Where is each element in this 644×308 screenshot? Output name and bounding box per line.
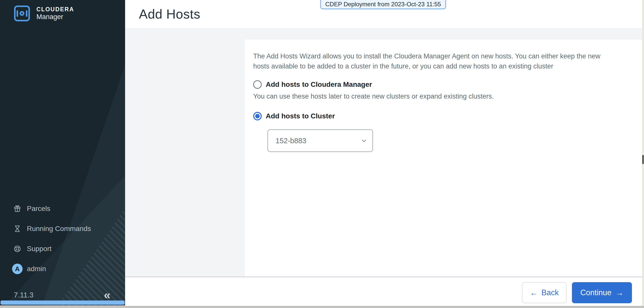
sidebar-item-running-commands[interactable]: Running Commands — [0, 219, 125, 239]
back-button[interactable]: ← Back — [522, 282, 567, 303]
sidebar-item-label: Running Commands — [27, 225, 91, 233]
page-title: Add Hosts — [139, 7, 200, 22]
logo-right-bar — [26, 10, 27, 17]
option-label[interactable]: Add hosts to Cluster — [266, 112, 335, 120]
sidebar-scrollbar-thumb[interactable] — [1, 300, 125, 305]
main-area: Add Hosts CDEP Deployment from 2023-Oct-… — [125, 0, 644, 308]
wizard-intro-text: The Add Hosts Wizard allows you to insta… — [253, 51, 618, 71]
collapse-sidebar-icon[interactable]: « — [104, 290, 111, 300]
wizard-footer: ← Back Continue → — [125, 276, 644, 308]
sidebar-footer: 7.11.3 « — [0, 290, 125, 300]
cloudera-logo-icon — [14, 6, 30, 21]
right-arrow-icon: → — [616, 289, 624, 297]
sidebar: CLOUDERA Manager Parcels — [0, 0, 125, 305]
radio-add-to-cluster[interactable] — [253, 112, 262, 120]
cloudera-manager-app: CLOUDERA Manager Parcels — [0, 0, 644, 308]
page-header: Add Hosts CDEP Deployment from 2023-Oct-… — [125, 0, 644, 28]
logo-dot — [20, 11, 24, 16]
admin-avatar: A — [12, 264, 23, 274]
option-add-to-cluster[interactable]: Add hosts to Cluster — [253, 112, 632, 120]
option-description: You can use these hosts later to create … — [253, 91, 632, 101]
logo-left-bar — [17, 10, 18, 17]
continue-button[interactable]: Continue → — [572, 282, 632, 303]
hourglass-icon — [13, 225, 21, 233]
sidebar-item-label: Parcels — [27, 205, 50, 213]
cluster-select-wrap: 152-b883 — [267, 129, 373, 152]
gift-icon — [13, 205, 21, 213]
brand-text: CLOUDERA Manager — [36, 6, 74, 21]
sidebar-item-label: Support — [27, 245, 51, 253]
brand-product: Manager — [36, 13, 74, 21]
sidebar-item-support[interactable]: Support — [0, 239, 125, 259]
wizard-card: The Add Hosts Wizard allows you to insta… — [245, 40, 642, 276]
version-label: 7.11.3 — [14, 291, 33, 299]
cluster-select-value: 152-b883 — [276, 137, 306, 145]
chevron-down-icon — [360, 137, 367, 144]
vertical-scrollbar-track[interactable] — [642, 0, 644, 306]
option-add-to-cloudera-manager[interactable]: Add hosts to Cloudera Manager — [253, 80, 632, 89]
sidebar-item-parcels[interactable]: Parcels — [0, 199, 125, 219]
cluster-select[interactable]: 152-b883 — [267, 129, 373, 152]
vertical-scrollbar-thumb[interactable] — [642, 155, 644, 164]
radio-add-to-cloudera-manager[interactable] — [253, 80, 262, 89]
left-arrow-icon: ← — [530, 289, 538, 297]
option-label[interactable]: Add hosts to Cloudera Manager — [266, 81, 372, 89]
horizontal-scrollbar-track[interactable] — [0, 306, 644, 308]
brand-name: CLOUDERA — [36, 6, 74, 13]
wizard-content: The Add Hosts Wizard allows you to insta… — [125, 28, 644, 276]
deployment-badge: CDEP Deployment from 2023-Oct-23 11:55 — [320, 0, 446, 9]
life-ring-icon — [13, 245, 21, 253]
back-button-label: Back — [542, 288, 559, 297]
sidebar-item-label: admin — [27, 265, 46, 273]
continue-button-label: Continue — [580, 288, 611, 297]
sidebar-item-admin[interactable]: A admin — [0, 259, 125, 279]
brand[interactable]: CLOUDERA Manager — [0, 0, 125, 21]
sidebar-nav: Parcels Running Commands — [0, 199, 125, 279]
